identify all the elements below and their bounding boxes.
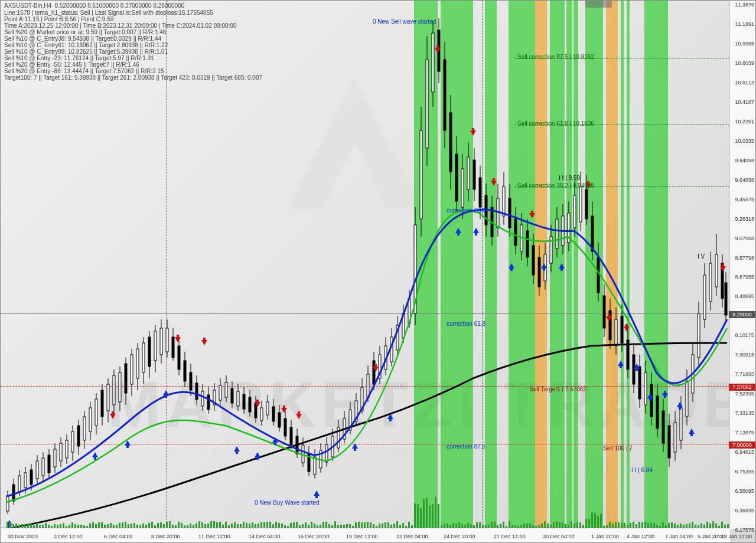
volume-bar xyxy=(544,521,546,528)
info-line: Target100: 7 || Target 161: 5.39938 || T… xyxy=(4,74,262,81)
svg-rect-76 xyxy=(225,382,227,397)
volume-bar xyxy=(615,522,617,528)
volume-bar xyxy=(6,522,8,528)
volume-bar xyxy=(612,524,614,528)
volume-bar xyxy=(503,522,504,528)
up-arrow-icon xyxy=(689,428,695,434)
volume-bar xyxy=(195,523,197,528)
volume-bar xyxy=(647,523,649,528)
up-arrow-icon xyxy=(387,414,393,419)
svg-rect-6 xyxy=(18,476,21,492)
svg-rect-116 xyxy=(343,418,346,439)
svg-rect-130 xyxy=(384,346,387,369)
up-arrow-icon xyxy=(352,443,358,449)
svg-rect-68 xyxy=(201,391,204,406)
volume-bar xyxy=(234,522,236,528)
volume-bar xyxy=(198,521,200,528)
volume-bar xyxy=(641,522,643,528)
volume-bar xyxy=(219,522,221,528)
volume-bar xyxy=(201,522,203,528)
volume-bar xyxy=(594,513,596,528)
up-arrow-icon xyxy=(314,490,320,496)
down-arrow-icon xyxy=(281,408,287,413)
svg-rect-30 xyxy=(89,408,92,431)
price-marker-current: 8.28000 xyxy=(729,311,755,318)
svg-rect-80 xyxy=(237,391,239,406)
svg-rect-36 xyxy=(107,384,109,411)
volume-bar xyxy=(579,522,581,528)
info-line: Sell %20 @ Entry -50: 12.445 || Target:7… xyxy=(4,61,262,68)
svg-rect-40 xyxy=(119,372,121,402)
volume-bar xyxy=(447,524,448,528)
svg-rect-52 xyxy=(154,331,157,361)
label-corr-875: Sell correction 87.5 | 10.8262 xyxy=(517,54,594,60)
svg-rect-14 xyxy=(42,458,44,476)
chart-area[interactable]: AXSUSDT-Bin,H4 8.52000000 8.61000000 8.2… xyxy=(1,1,730,529)
volume-bar xyxy=(668,523,670,528)
volume-bar xyxy=(110,523,112,528)
volume-bar xyxy=(364,522,366,528)
volume-bar xyxy=(36,523,38,528)
down-arrow-icon xyxy=(201,340,207,345)
price-tick: 9.45578 xyxy=(729,197,754,202)
label-c875: correction 87.5 xyxy=(447,443,485,450)
svg-rect-50 xyxy=(148,337,151,367)
up-arrow-icon xyxy=(234,446,240,452)
svg-rect-100 xyxy=(296,436,298,454)
svg-rect-246 xyxy=(725,283,727,315)
svg-rect-34 xyxy=(101,390,103,417)
volume-bar xyxy=(662,522,664,528)
svg-rect-4 xyxy=(12,485,15,501)
volume-bar xyxy=(122,522,123,528)
svg-rect-134 xyxy=(396,325,399,350)
volume-bar xyxy=(142,524,144,528)
label-c618: correction 61.8 xyxy=(447,320,485,327)
volume-bar xyxy=(633,522,634,528)
volume-bar xyxy=(479,522,481,528)
label-bottom: I I | 6.84 xyxy=(631,467,653,473)
svg-rect-46 xyxy=(136,349,139,378)
volume-bar xyxy=(621,523,623,528)
up-arrow-icon xyxy=(541,263,547,269)
volume-bar xyxy=(160,522,162,528)
up-arrow-icon xyxy=(677,402,683,407)
svg-rect-10 xyxy=(30,470,32,485)
volume-bar xyxy=(263,522,265,528)
svg-rect-234 xyxy=(692,355,694,393)
up-arrow-icon xyxy=(92,452,98,457)
svg-rect-106 xyxy=(314,457,316,475)
label-new-buy: 0 New Buy Wave started xyxy=(255,499,320,506)
svg-rect-8 xyxy=(24,473,27,488)
price-tick: 8.87798 xyxy=(729,255,754,261)
price-tick: 6.94615 xyxy=(729,449,754,455)
up-arrow-icon xyxy=(455,228,461,233)
volume-bar xyxy=(692,522,693,528)
time-tick: 7 Jan 04:00 xyxy=(665,534,693,539)
svg-rect-138 xyxy=(408,299,410,323)
time-tick: 16 Dec 20:00 xyxy=(298,534,330,539)
up-arrow-icon xyxy=(473,228,479,233)
time-tick: 24 Dec 20:00 xyxy=(444,534,475,539)
volume-bar xyxy=(706,522,708,528)
volume-bar xyxy=(243,522,245,528)
volume-bar xyxy=(258,524,259,528)
time-tick: 1 Jan 20:00 xyxy=(591,534,619,539)
volume-bar xyxy=(417,504,419,528)
svg-rect-230 xyxy=(680,408,682,440)
svg-rect-92 xyxy=(272,407,275,421)
volume-bar xyxy=(585,519,587,528)
volume-bar xyxy=(396,521,398,528)
time-tick: 14 Dec 04:00 xyxy=(249,534,281,539)
volume-bar xyxy=(712,521,714,528)
svg-rect-136 xyxy=(402,313,405,338)
volume-bar xyxy=(213,521,215,528)
svg-rect-114 xyxy=(337,427,340,448)
volume-bar xyxy=(618,522,620,528)
volume-bar xyxy=(476,522,478,528)
price-tick: 10.4187 xyxy=(729,99,754,105)
volume-bar xyxy=(119,523,120,528)
time-tick: 27 Dec 12:00 xyxy=(494,534,526,539)
svg-rect-26 xyxy=(77,426,80,446)
volume-bar xyxy=(27,524,29,528)
svg-rect-214 xyxy=(633,355,635,384)
